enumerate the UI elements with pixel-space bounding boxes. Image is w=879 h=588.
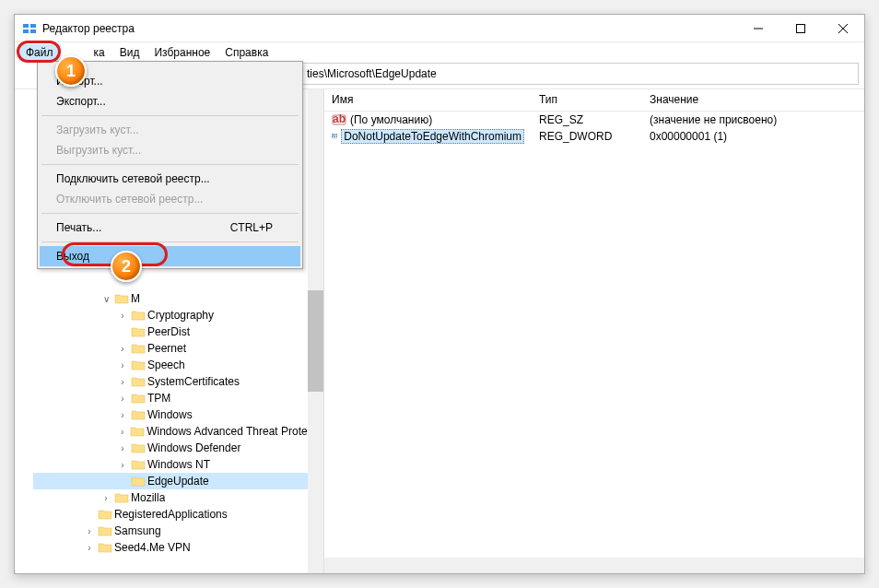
registry-value-row[interactable]: ab(По умолчанию)REG_SZ(значение не присв… (324, 112, 864, 128)
chevron-icon[interactable]: › (116, 427, 128, 437)
address-bar[interactable]: ties\Microsoft\EdgeUpdate (300, 63, 859, 85)
column-name[interactable]: Имя (324, 89, 532, 111)
menu-export[interactable]: Экспорт... (40, 91, 300, 112)
chevron-icon[interactable]: › (116, 394, 129, 404)
svg-rect-5 (797, 25, 805, 33)
svg-rect-1 (30, 24, 36, 28)
tree-item[interactable]: ›Cryptography (33, 307, 323, 323)
menu-help[interactable]: Справка (217, 44, 275, 61)
annotation-badge-1: 1 (55, 55, 87, 87)
svg-rect-2 (23, 29, 29, 33)
window-controls (737, 15, 864, 42)
tree-item[interactable]: ›Windows NT (33, 456, 323, 473)
menu-view[interactable]: Вид (112, 44, 147, 61)
menu-exit[interactable]: Выход (40, 246, 300, 266)
folder-icon (131, 408, 146, 421)
list-body[interactable]: ab(По умолчанию)REG_SZ(значение не присв… (324, 112, 864, 558)
tree-item[interactable]: EdgeUpdate (33, 473, 323, 489)
folder-icon (131, 359, 146, 371)
file-dropdown: Импорт... Экспорт... Загрузить куст... В… (37, 61, 303, 269)
list-pane: Имя Тип Значение ab(По умолчанию)REG_SZ(… (324, 89, 864, 573)
svg-rect-0 (23, 24, 29, 28)
folder-icon (131, 392, 146, 405)
tree-item[interactable]: ›SystemCertificates (33, 373, 323, 390)
svg-text:011: 011 (332, 134, 337, 138)
folder-icon (131, 342, 146, 355)
tree-item[interactable]: ›Samsung (33, 523, 323, 539)
annotation-badge-2: 2 (111, 251, 142, 282)
tree-label: SystemCertificates (147, 375, 240, 388)
folder-icon (98, 508, 112, 521)
menu-connect-network[interactable]: Подключить сетевой реестр... (40, 169, 300, 189)
folder-icon (98, 524, 112, 537)
tree-item[interactable]: ›TPM (33, 390, 323, 406)
tree-item[interactable]: ›Speech (33, 357, 323, 373)
menu-edit-partial[interactable]: ка (87, 44, 112, 61)
value-type: REG_DWORD (532, 130, 642, 143)
menu-separator (41, 164, 299, 165)
chevron-icon[interactable]: › (116, 377, 129, 387)
maximize-button[interactable] (779, 15, 822, 42)
tree-item[interactable]: ›Windows Defender (33, 440, 323, 456)
value-name: DoNotUpdateToEdgeWithChromium (341, 130, 524, 143)
horizontal-scrollbar[interactable] (324, 558, 864, 573)
registry-value-row[interactable]: 011DoNotUpdateToEdgeWithChromiumREG_DWOR… (324, 128, 864, 145)
chevron-icon[interactable]: › (116, 311, 129, 321)
tree-label: Windows Defender (147, 441, 240, 454)
minimize-button[interactable] (737, 15, 779, 42)
tree-item[interactable]: ›Windows Advanced Threat Protection (33, 423, 323, 440)
folder-icon (131, 375, 146, 388)
tree-label: Seed4.Me VPN (114, 541, 191, 554)
svg-text:ab: ab (333, 112, 346, 125)
tree-item[interactable]: ›Windows (33, 406, 323, 423)
app-icon (22, 21, 37, 36)
value-type: REG_SZ (532, 113, 642, 126)
value-data: 0x00000001 (1) (642, 130, 864, 143)
column-type[interactable]: Тип (532, 89, 642, 111)
menu-load-hive: Загрузить куст... (40, 120, 300, 140)
tree-label: RegisteredApplications (114, 508, 228, 521)
menu-disconnect-network: Отключить сетевой реестр... (40, 189, 300, 209)
chevron-icon[interactable]: › (116, 360, 129, 370)
chevron-icon[interactable]: › (116, 344, 129, 354)
column-value[interactable]: Значение (642, 89, 864, 111)
chevron-icon[interactable]: › (83, 526, 96, 536)
tree-label: PeerDist (147, 325, 190, 338)
registry-editor-window: Редактор реестра Файл ка Вид Избранное С… (14, 14, 865, 574)
menu-print[interactable]: Печать...CTRL+P (40, 218, 300, 238)
svg-rect-3 (30, 29, 36, 33)
tree-scrollbar[interactable] (308, 89, 323, 573)
folder-icon (98, 541, 112, 554)
scrollbar-thumb[interactable] (308, 290, 323, 392)
list-header: Имя Тип Значение (324, 89, 864, 112)
tree-label: Samsung (114, 524, 161, 537)
tree-item[interactable]: ∨M (33, 290, 323, 307)
value-data: (значение не присвоено) (642, 113, 864, 126)
close-button[interactable] (822, 15, 864, 42)
tree-label: Peernet (147, 342, 186, 355)
chevron-icon[interactable]: › (116, 443, 129, 453)
menu-unload-hive: Выгрузить куст... (40, 140, 300, 160)
chevron-icon[interactable]: › (116, 460, 129, 470)
menu-favorites[interactable]: Избранное (146, 44, 217, 61)
tree-label: TPM (147, 392, 170, 405)
tree-item[interactable]: PeerDist (33, 323, 323, 340)
menu-file[interactable]: Файл (18, 44, 61, 61)
folder-icon (131, 325, 146, 338)
address-text: ties\Microsoft\EdgeUpdate (307, 67, 437, 80)
menu-bar: Файл ка Вид Избранное Справка (15, 42, 864, 63)
folder-icon (130, 425, 145, 438)
value-name: (По умолчанию) (350, 113, 432, 126)
tree-item[interactable]: ›Seed4.Me VPN (33, 539, 323, 556)
tree-label: Windows (147, 408, 193, 421)
folder-icon (131, 458, 146, 471)
tree-item[interactable]: ›Mozilla (33, 489, 323, 506)
tree-label: EdgeUpdate (147, 475, 209, 488)
chevron-icon[interactable]: › (83, 543, 96, 553)
menu-separator (41, 213, 299, 214)
tree-item[interactable]: RegisteredApplications (33, 506, 323, 523)
chevron-icon[interactable]: › (116, 410, 129, 420)
chevron-icon[interactable]: › (100, 493, 112, 503)
tree-item[interactable]: ›Peernet (33, 340, 323, 357)
value-type-icon: 011 (332, 129, 337, 144)
